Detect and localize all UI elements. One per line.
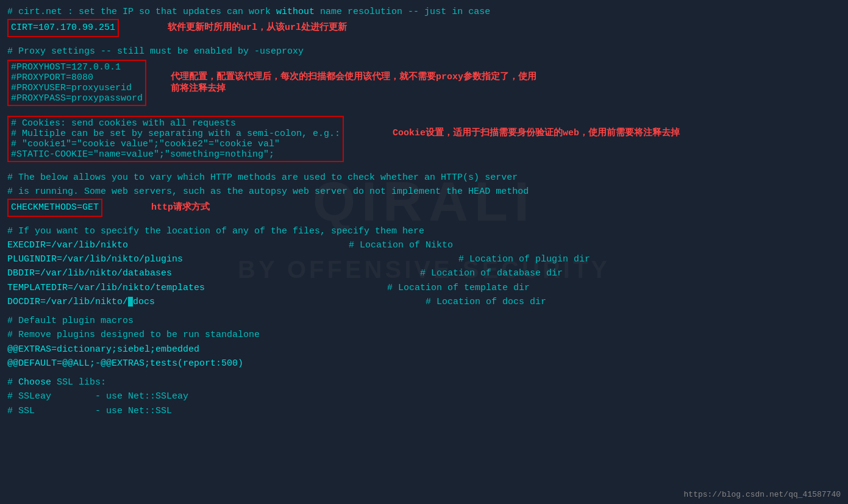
- cookie-line4: #STATIC-COOKIE="name=value";"something=n…: [11, 149, 340, 160]
- annotation-proxy: 代理配置，配置该代理后，每次的扫描都会使用该代理，就不需要proxy参数指定了，…: [171, 71, 536, 94]
- cookie-block-container: # Cookies: send cookies with all request…: [7, 115, 841, 163]
- http-comment2: # is running. Some web servers, such as …: [7, 185, 529, 199]
- docdir-comment: # Location of docs dir: [349, 295, 546, 309]
- extras-value: @@EXTRAS=dictionary;siebel;embedded: [7, 343, 199, 357]
- http-comment1: # The below allows you to vary which HTT…: [7, 171, 518, 185]
- docdir-code: DOCDIR=/var/lib/nikto/docs: [7, 295, 349, 309]
- cirt-value: CIRT=107.170.99.251: [7, 19, 119, 37]
- line-macro-comment2: # Remove plugins designed to be run stan…: [7, 328, 841, 342]
- line-plugindir: PLUGINDIR=/var/lib/nikto/plugins # Locat…: [7, 252, 841, 266]
- spacer: [7, 40, 841, 44]
- location-comment: # If you want to specify the location of…: [7, 224, 424, 238]
- execdir-code: EXECDIR=/var/lib/nikto: [7, 238, 349, 252]
- line-execdir: EXECDIR=/var/lib/nikto # Location of Nik…: [7, 238, 841, 252]
- plugindir-code: PLUGINDIR=/var/lib/nikto/plugins: [7, 252, 349, 266]
- line-default: @@DEFAULT=@@ALL;-@@EXTRAS;tests(report:5…: [7, 357, 841, 371]
- annotation-checkmethods: http请求方式: [151, 201, 210, 215]
- dbdir-code: DBDIR=/var/lib/nikto/databases: [7, 266, 349, 280]
- line-extras: @@EXTRAS=dictionary;siebel;embedded: [7, 343, 841, 357]
- cookie-line1: # Cookies: send cookies with all request…: [11, 118, 340, 129]
- main-container: QIRALI BY OFFENSIVE SECURITY # cirt.net …: [7, 5, 841, 418]
- templatedir-comment: # Location of template dir: [349, 281, 530, 295]
- proxy-host: #PROXYHOST=127.0.0.1: [11, 62, 143, 73]
- proxy-block-container: #PROXYHOST=127.0.0.1 #PROXYPORT=8080 #PR…: [7, 59, 841, 107]
- line-docdir: DOCDIR=/var/lib/nikto/docs # Location of…: [7, 295, 841, 309]
- annotation-cirt: 软件更新时所用的url，从该url处进行更新: [168, 21, 347, 35]
- line-ssl-comment3: # SSL - use Net::SSL: [7, 404, 841, 418]
- macro-comment1: # Default plugin macros: [7, 314, 134, 328]
- line-comment-cirt: # cirt.net : set the IP so that updates …: [7, 5, 841, 19]
- spacer6: [7, 371, 841, 375]
- line-dbdir: DBDIR=/var/lib/nikto/databases # Locatio…: [7, 266, 841, 280]
- ssl-comment1: # Choose SSL libs:: [7, 375, 106, 389]
- line-ssl-comment1: # Choose SSL libs:: [7, 375, 841, 389]
- proxy-comment: # Proxy settings -- still must be enable…: [7, 44, 304, 59]
- line-templatedir: TEMPLATEDIR=/var/lib/nikto/templates # L…: [7, 281, 841, 295]
- cookie-block: # Cookies: send cookies with all request…: [7, 116, 344, 162]
- default-value: @@DEFAULT=@@ALL;-@@EXTRAS;tests(report:5…: [7, 357, 243, 371]
- spacer2: [7, 110, 841, 115]
- ssl-comment3: # SSL - use Net::SSL: [7, 404, 172, 418]
- templatedir-code: TEMPLATEDIR=/var/lib/nikto/templates: [7, 281, 349, 295]
- spacer3: [7, 166, 841, 171]
- comment-text: # cirt.net : set the IP so that updates …: [7, 5, 490, 19]
- footer-url: https://blog.csdn.net/qq_41587740: [684, 490, 841, 499]
- plugindir-comment: # Location of plugin dir: [349, 252, 590, 266]
- spacer4: [7, 219, 841, 224]
- spacer5: [7, 309, 841, 314]
- line-checkmethods: CHECKMETHODS=GET http请求方式: [7, 199, 841, 216]
- proxy-port: #PROXYPORT=8080: [11, 73, 143, 83]
- execdir-comment: # Location of Nikto: [349, 238, 453, 252]
- line-location-comment: # If you want to specify the location of…: [7, 224, 841, 238]
- line-http-comment1: # The below allows you to vary which HTT…: [7, 171, 841, 185]
- line-proxy-comment: # Proxy settings -- still must be enable…: [7, 44, 841, 59]
- annotation-cookie: Cookie设置，适用于扫描需要身份验证的web，使用前需要将注释去掉: [393, 127, 680, 138]
- proxy-block: #PROXYHOST=127.0.0.1 #PROXYPORT=8080 #PR…: [7, 60, 146, 106]
- line-macro-comment1: # Default plugin macros: [7, 314, 841, 328]
- cookie-line2: # Multiple can be set by separating with…: [11, 129, 340, 139]
- text-cursor: [128, 297, 133, 307]
- cookie-line3: # "cookie1"="cookie value";"cookie2"="co…: [11, 139, 340, 149]
- checkmethods-value: CHECKMETHODS=GET: [7, 199, 102, 216]
- line-http-comment2: # is running. Some web servers, such as …: [7, 185, 841, 199]
- ssl-comment2: # SSLeay - use Net::SSLeay: [7, 389, 188, 403]
- proxy-user: #PROXYUSER=proxyuserid: [11, 83, 143, 93]
- line-ssl-comment2: # SSLeay - use Net::SSLeay: [7, 389, 841, 403]
- macro-comment2: # Remove plugins designed to be run stan…: [7, 328, 260, 342]
- proxy-pass: #PROXYPASS=proxypassword: [11, 93, 143, 104]
- dbdir-comment: # Location of database dir: [349, 266, 563, 280]
- line-cirt-value: CIRT=107.170.99.251 软件更新时所用的url，从该url处进行…: [7, 19, 841, 37]
